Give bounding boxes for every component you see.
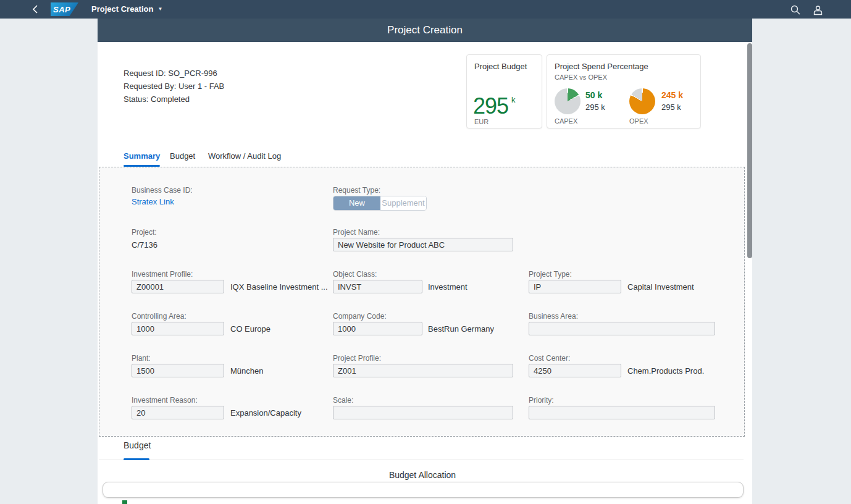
investment-profile-input[interactable]: [132, 280, 224, 293]
investment-reason-label: Investment Reason:: [132, 396, 198, 405]
investment-profile-desc: IQX Baseline Investment ...: [230, 282, 328, 292]
budget-kpi-currency: EUR: [474, 118, 488, 125]
business-area-label: Business Area:: [529, 312, 578, 321]
scale-input[interactable]: [333, 406, 513, 419]
cost-center-input[interactable]: [529, 364, 621, 377]
cost-center-label: Cost Center:: [529, 354, 570, 363]
cost-center-desc: Chem.Products Prod.: [627, 366, 704, 376]
capex-total: 295 k: [585, 103, 605, 112]
object-class-label: Object Class:: [333, 270, 377, 279]
controlling-area-label: Controlling Area:: [132, 312, 187, 321]
project-value: C/7136: [132, 240, 157, 250]
project-profile-input[interactable]: [333, 364, 513, 377]
plant-desc: München: [230, 366, 263, 376]
request-type-option-new[interactable]: New: [333, 196, 380, 210]
company-code-desc: BestRun Germany: [428, 324, 494, 334]
user-icon: [813, 5, 823, 15]
user-button[interactable]: [811, 4, 824, 16]
sap-logo-text: SAP: [51, 5, 70, 14]
spend-card-subtitle: CAPEX vs OPEX: [555, 74, 607, 81]
vertical-scrollbar[interactable]: [747, 42, 752, 504]
requested-by-text: Requested By: User 1 - FAB: [124, 82, 224, 91]
budget-card-title: Project Budget: [474, 62, 527, 71]
request-type-option-supplement[interactable]: Supplement: [380, 196, 426, 210]
tab-budget[interactable]: Budget: [170, 151, 195, 164]
plant-input[interactable]: [132, 364, 224, 377]
project-label: Project:: [132, 228, 157, 237]
app-title-text: Project Creation: [91, 4, 153, 14]
budget-allocation-legend-box: [103, 482, 744, 498]
capex-value: 50 k: [585, 90, 602, 100]
scrollbar-thumb[interactable]: [747, 43, 752, 258]
controlling-area-input[interactable]: [132, 322, 224, 335]
budget-kpi-value: 295k: [473, 93, 516, 119]
opex-value: 245 k: [661, 90, 683, 100]
company-code-input[interactable]: [333, 322, 422, 335]
search-button[interactable]: [789, 4, 802, 16]
project-name-label: Project Name:: [333, 228, 380, 237]
sap-logo: SAP: [51, 2, 78, 16]
budget-allocation-title: Budget Allocation: [98, 470, 747, 480]
investment-profile-label: Investment Profile:: [132, 270, 193, 279]
opex-pie-chart: [629, 88, 655, 114]
plant-label: Plant:: [132, 354, 151, 363]
budget-chart-green-bar: [122, 500, 127, 504]
priority-input[interactable]: [529, 406, 715, 419]
content-panel: Request ID: SO_PCR-996 Requested By: Use…: [98, 42, 747, 504]
page-title: Project Creation: [387, 24, 463, 36]
capex-label: CAPEX: [555, 117, 577, 125]
object-class-input[interactable]: [333, 280, 422, 293]
project-name-input[interactable]: [333, 238, 513, 251]
project-profile-label: Project Profile:: [333, 354, 381, 363]
project-type-label: Project Type:: [529, 270, 572, 279]
page-header-band: Project Creation: [98, 19, 752, 42]
opex-total: 295 k: [661, 103, 681, 112]
company-code-label: Company Code:: [333, 312, 387, 321]
opex-label: OPEX: [629, 117, 648, 125]
back-button[interactable]: [28, 3, 41, 15]
budget-section-title[interactable]: Budget: [124, 440, 151, 450]
project-budget-card[interactable]: Project Budget 295k EUR: [466, 54, 542, 128]
budget-kpi-unit: k: [511, 95, 516, 104]
project-type-input[interactable]: [529, 280, 621, 293]
business-area-input[interactable]: [529, 322, 715, 335]
request-id-text: Request ID: SO_PCR-996: [124, 69, 217, 78]
tab-summary[interactable]: Summary: [124, 151, 160, 164]
status-text: Status: Completed: [124, 94, 190, 104]
budget-section-active-underline: [124, 458, 149, 460]
app-title-menu[interactable]: Project Creation ▼: [91, 4, 162, 14]
controlling-area-desc: CO Europe: [230, 324, 270, 334]
spend-card-title: Project Spend Percentage: [555, 62, 648, 71]
stratex-link[interactable]: Stratex Link: [132, 197, 174, 206]
investment-reason-input[interactable]: [132, 406, 224, 419]
business-case-label: Business Case ID:: [132, 186, 193, 195]
project-spend-card[interactable]: Project Spend Percentage CAPEX vs OPEX 5…: [547, 54, 701, 128]
shell-bar: SAP Project Creation ▼: [0, 0, 851, 19]
request-type-label: Request Type:: [333, 186, 380, 195]
chevron-left-icon: [32, 5, 38, 14]
object-class-desc: Investment: [428, 282, 467, 292]
capex-pie-chart: [555, 88, 581, 114]
tab-workflow-audit-log[interactable]: Workflow / Audit Log: [208, 151, 281, 164]
investment-reason-desc: Expansion/Capacity: [230, 408, 301, 418]
search-icon: [790, 5, 800, 15]
scale-label: Scale:: [333, 396, 353, 405]
summary-form-section: Business Case ID: Stratex Link Request T…: [99, 167, 745, 437]
budget-section-divider: [99, 460, 744, 460]
priority-label: Priority:: [529, 396, 554, 405]
project-type-desc: Capital Investment: [627, 282, 694, 292]
request-type-segmented: New Supplement: [333, 196, 427, 211]
chevron-down-icon: ▼: [157, 6, 162, 12]
